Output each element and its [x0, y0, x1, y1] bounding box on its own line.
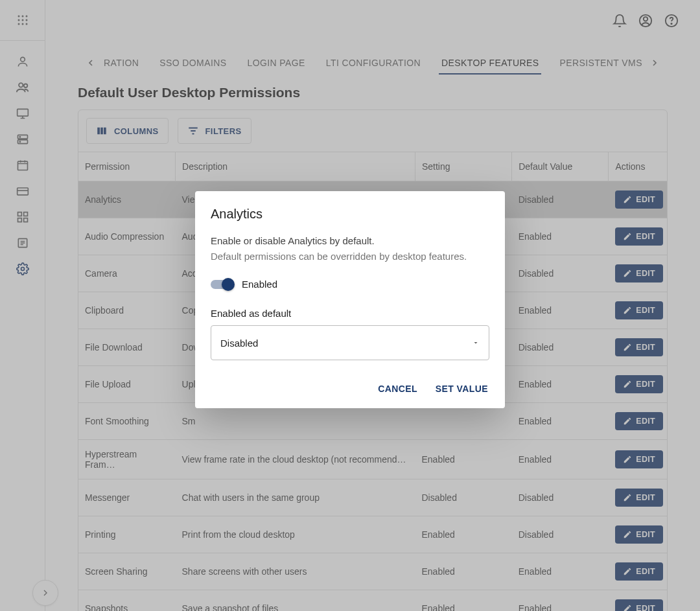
modal-actions: CANCEL SET VALUE: [211, 380, 489, 398]
caret-down-icon: [472, 339, 480, 347]
set-value-button[interactable]: SET VALUE: [434, 380, 489, 398]
toggle-label: Enabled: [242, 279, 277, 290]
default-field-label: Enabled as default: [211, 308, 489, 319]
modal-title: Analytics: [211, 207, 489, 222]
select-value: Disabled: [220, 338, 258, 349]
default-select[interactable]: Disabled: [211, 325, 489, 360]
analytics-modal: Analytics Enable or disable Analytics by…: [195, 191, 505, 408]
modal-description: Enable or disable Analytics by default.: [211, 233, 489, 249]
enabled-toggle[interactable]: [211, 280, 233, 289]
toggle-row: Enabled: [211, 279, 489, 290]
modal-overlay[interactable]: Analytics Enable or disable Analytics by…: [0, 0, 700, 611]
cancel-button[interactable]: CANCEL: [377, 380, 419, 398]
modal-subtext: Default permissions can be overridden by…: [211, 249, 489, 264]
toggle-knob: [222, 278, 235, 291]
